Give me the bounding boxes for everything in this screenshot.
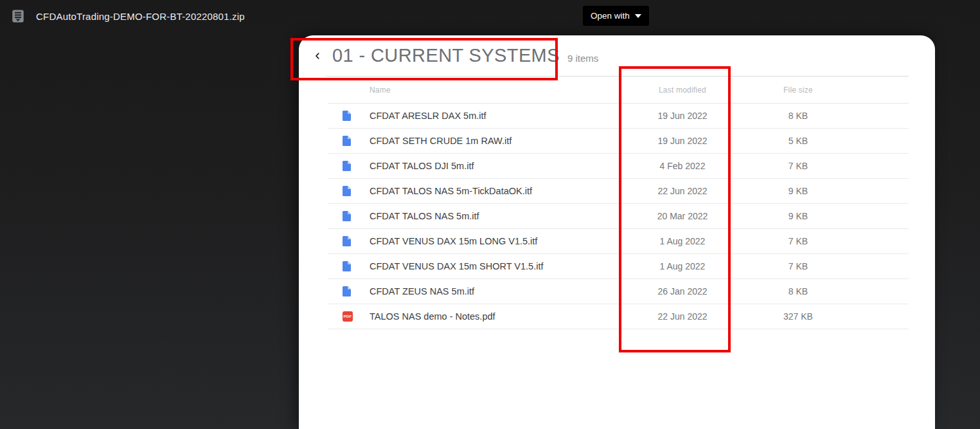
file-size: 7 KB xyxy=(740,161,856,171)
chevron-down-icon xyxy=(635,14,641,18)
zip-filename: CFDAutoTrading-DEMO-FOR-BT-20220801.zip xyxy=(36,11,245,22)
table-row[interactable]: CFDAT TALOS NAS 5m-TickDataOK.itf 22 Jun… xyxy=(328,179,909,204)
file-modified-date: 20 Mar 2022 xyxy=(625,211,740,221)
file-name: TALOS NAS demo - Notes.pdf xyxy=(370,311,625,322)
file-icon-cell xyxy=(328,161,370,171)
file-icon-cell: PDF xyxy=(328,311,370,322)
file-size: 327 KB xyxy=(740,311,856,322)
table-row[interactable]: CFDAT SETH CRUDE 1m RAW.itf 19 Jun 2022 … xyxy=(328,129,909,154)
file-size: 8 KB xyxy=(740,111,856,121)
file-modified-date: 19 Jun 2022 xyxy=(625,136,740,146)
file-size: 9 KB xyxy=(740,186,856,196)
column-header-size: File size xyxy=(740,86,856,95)
document-file-icon xyxy=(343,236,351,246)
file-modified-date: 19 Jun 2022 xyxy=(625,111,740,121)
file-size: 7 KB xyxy=(740,261,856,271)
file-size: 7 KB xyxy=(740,236,856,246)
file-name: CFDAT VENUS DAX 15m LONG V1.5.itf xyxy=(370,236,625,246)
document-file-icon xyxy=(343,186,351,196)
file-icon-cell xyxy=(328,136,370,146)
document-file-icon xyxy=(343,136,351,146)
file-icon-cell xyxy=(328,111,370,121)
file-list: CFDAT ARESLR DAX 5m.itf 19 Jun 2022 8 KB… xyxy=(328,104,909,329)
table-row[interactable]: CFDAT TALOS NAS 5m.itf 20 Mar 2022 9 KB xyxy=(328,204,909,229)
file-modified-date: 4 Feb 2022 xyxy=(625,161,740,171)
file-name: CFDAT TALOS NAS 5m.itf xyxy=(370,211,625,221)
file-name: CFDAT TALOS NAS 5m-TickDataOK.itf xyxy=(370,186,625,196)
file-icon-cell xyxy=(328,211,370,221)
back-button[interactable] xyxy=(309,48,326,64)
file-icon-cell xyxy=(328,261,370,271)
file-modified-date: 26 Jan 2022 xyxy=(625,286,740,297)
table-row[interactable]: CFDAT ZEUS NAS 5m.itf 26 Jan 2022 8 KB xyxy=(328,279,909,304)
document-file-icon xyxy=(343,286,351,297)
table-row[interactable]: CFDAT VENUS DAX 15m SHORT V1.5.itf 1 Aug… xyxy=(328,254,909,279)
file-name: CFDAT ARESLR DAX 5m.itf xyxy=(370,111,625,121)
table-header-row: Name Last modified File size xyxy=(328,77,909,104)
chevron-left-icon xyxy=(313,51,322,60)
file-modified-date: 1 Aug 2022 xyxy=(625,236,740,246)
file-name: CFDAT SETH CRUDE 1m RAW.itf xyxy=(370,136,625,146)
table-row[interactable]: PDF TALOS NAS demo - Notes.pdf 22 Jun 20… xyxy=(328,304,909,329)
column-header-name: Name xyxy=(370,86,625,95)
open-with-button[interactable]: Open with xyxy=(583,6,649,26)
open-with-label: Open with xyxy=(591,11,630,21)
table-row[interactable]: CFDAT TALOS DJI 5m.itf 4 Feb 2022 7 KB xyxy=(328,154,909,179)
document-file-icon xyxy=(343,161,351,171)
top-bar: CFDAutoTrading-DEMO-FOR-BT-20220801.zip … xyxy=(0,0,980,32)
zip-preview-card: 01 - CURRENT SYSTEMS 9 items Name Last m… xyxy=(299,35,935,429)
file-name: CFDAT TALOS DJI 5m.itf xyxy=(370,161,625,171)
file-size: 9 KB xyxy=(740,211,856,221)
file-icon-cell xyxy=(328,236,370,246)
document-file-icon xyxy=(343,261,351,271)
pdf-file-icon: PDF xyxy=(343,311,353,322)
file-size: 8 KB xyxy=(740,286,856,297)
file-table: Name Last modified File size CFDAT ARESL… xyxy=(328,77,909,329)
file-name: CFDAT ZEUS NAS 5m.itf xyxy=(370,286,625,297)
folder-title: 01 - CURRENT SYSTEMS xyxy=(332,45,560,66)
column-header-modified: Last modified xyxy=(625,86,740,95)
folder-header: 01 - CURRENT SYSTEMS 9 items xyxy=(299,35,935,76)
file-modified-date: 1 Aug 2022 xyxy=(625,261,740,271)
file-name: CFDAT VENUS DAX 15m SHORT V1.5.itf xyxy=(370,261,625,271)
file-size: 5 KB xyxy=(740,136,856,146)
file-modified-date: 22 Jun 2022 xyxy=(625,186,740,196)
zip-archive-icon xyxy=(11,9,25,23)
table-row[interactable]: CFDAT VENUS DAX 15m LONG V1.5.itf 1 Aug … xyxy=(328,229,909,254)
file-icon-cell xyxy=(328,286,370,297)
file-icon-cell xyxy=(328,186,370,196)
items-count: 9 items xyxy=(567,53,598,64)
file-modified-date: 22 Jun 2022 xyxy=(625,311,740,322)
document-file-icon xyxy=(343,211,351,221)
table-row[interactable]: CFDAT ARESLR DAX 5m.itf 19 Jun 2022 8 KB xyxy=(328,104,909,129)
document-file-icon xyxy=(343,111,351,121)
